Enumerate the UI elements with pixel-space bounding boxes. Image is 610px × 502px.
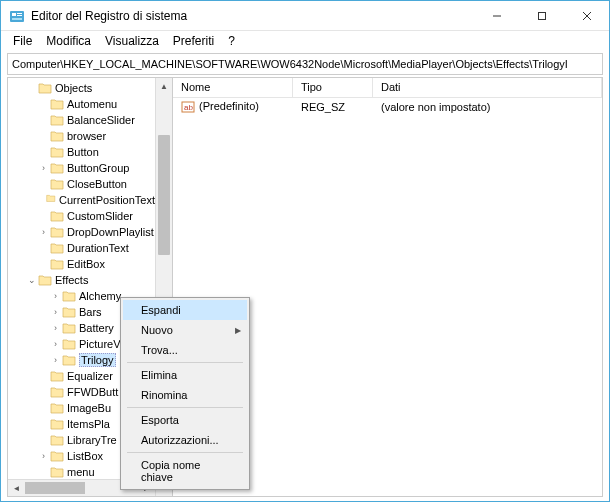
ctx-export[interactable]: Esporta [123,410,247,430]
svg-text:ab: ab [184,103,193,112]
ctx-separator [127,407,243,408]
ctx-find[interactable]: Trova... [123,340,247,360]
address-bar[interactable]: Computer\HKEY_LOCAL_MACHINE\SOFTWARE\WOW… [7,53,603,75]
menu-edit[interactable]: Modifica [40,32,97,50]
expand-icon[interactable]: › [50,355,61,366]
tree-item-label: Objects [55,82,92,94]
expand-icon[interactable] [38,419,49,430]
svg-rect-2 [17,13,22,14]
folder-icon [50,146,64,158]
expand-icon[interactable] [38,259,49,270]
expand-icon[interactable] [38,179,49,190]
folder-icon [62,354,76,366]
expand-icon[interactable]: › [50,291,61,302]
menu-file[interactable]: File [7,32,38,50]
column-data[interactable]: Dati [373,78,602,97]
scroll-up-icon[interactable]: ▲ [156,78,172,95]
folder-icon [50,178,64,190]
folder-icon [50,450,64,462]
expand-icon[interactable]: ⌄ [26,275,37,286]
folder-icon [38,82,52,94]
tree-item-label: ListBox [67,450,103,462]
tree-item-label: Equalizer [67,370,113,382]
expand-icon[interactable] [38,467,49,478]
expand-icon[interactable]: › [50,323,61,334]
values-header: Nome Tipo Dati [173,78,602,98]
window-title: Editor del Registro di sistema [31,9,474,23]
expand-icon[interactable] [38,403,49,414]
tree-item-durationtext[interactable]: DurationText [8,240,155,256]
tree-item-label: Button [67,146,99,158]
expand-icon[interactable]: › [50,307,61,318]
svg-rect-0 [10,11,24,22]
expand-icon[interactable] [38,371,49,382]
expand-icon[interactable] [38,243,49,254]
tree-item-automenu[interactable]: Automenu [8,96,155,112]
expand-icon[interactable] [38,387,49,398]
tree-item-label: Battery [79,322,114,334]
expand-icon[interactable] [38,435,49,446]
ctx-rename[interactable]: Rinomina [123,385,247,405]
minimize-button[interactable] [474,1,519,30]
tree-item-label: DurationText [67,242,129,254]
expand-icon[interactable] [38,147,49,158]
expand-icon[interactable]: › [38,227,49,238]
menu-favorites[interactable]: Preferiti [167,32,220,50]
tree-item-currentpositiontext[interactable]: CurrentPositionText [8,192,155,208]
address-path: Computer\HKEY_LOCAL_MACHINE\SOFTWARE\WOW… [12,58,568,70]
expand-icon[interactable] [38,195,45,206]
ctx-copykey[interactable]: Copia nome chiave [123,455,247,487]
tree-effects[interactable]: ⌄ Effects [8,272,155,288]
ctx-delete[interactable]: Elimina [123,365,247,385]
expand-icon[interactable] [26,83,37,94]
tree-item-editbox[interactable]: EditBox [8,256,155,272]
folder-icon [50,210,64,222]
value-data: (valore non impostato) [373,101,602,113]
svg-rect-4 [12,18,22,20]
expand-icon[interactable]: › [50,339,61,350]
folder-icon [50,242,64,254]
expand-icon[interactable] [38,131,49,142]
value-row[interactable]: ab (Predefinito) REG_SZ (valore non impo… [173,98,602,116]
svg-rect-1 [12,13,16,16]
column-name[interactable]: Nome [173,78,293,97]
tree-item-label: browser [67,130,106,142]
tree-item-label: FFWDButt [67,386,118,398]
maximize-button[interactable] [519,1,564,30]
menu-view[interactable]: Visualizza [99,32,165,50]
tree-item-dropdownplaylist[interactable]: › DropDownPlaylist [8,224,155,240]
close-button[interactable] [564,1,609,30]
ctx-expand[interactable]: Espandi [123,300,247,320]
tree-item-label: CustomSlider [67,210,133,222]
tree-item-buttongroup[interactable]: › ButtonGroup [8,160,155,176]
expand-icon[interactable] [38,115,49,126]
tree-item-label: CurrentPositionText [59,194,155,206]
folder-icon [38,274,52,286]
scroll-left-icon[interactable]: ◄ [8,480,25,496]
tree-item-label: Trilogy [79,353,116,367]
expand-icon[interactable]: › [38,163,49,174]
tree-item-customslider[interactable]: CustomSlider [8,208,155,224]
scroll-thumb-h[interactable] [25,482,85,494]
tree-item-balanceslider[interactable]: BalanceSlider [8,112,155,128]
value-name: (Predefinito) [199,100,259,112]
tree-objects[interactable]: Objects [8,80,155,96]
ctx-new[interactable]: Nuovo▶ [123,320,247,340]
folder-icon [50,386,64,398]
expand-icon[interactable] [38,99,49,110]
expand-icon[interactable] [38,211,49,222]
ctx-permissions[interactable]: Autorizzazioni... [123,430,247,450]
ctx-separator [127,362,243,363]
tree-item-browser[interactable]: browser [8,128,155,144]
column-type[interactable]: Tipo [293,78,373,97]
scroll-thumb[interactable] [158,135,170,255]
tree-item-label: ButtonGroup [67,162,129,174]
menu-help[interactable]: ? [222,32,241,50]
tree-item-closebutton[interactable]: CloseButton [8,176,155,192]
content-area: Objects Automenu BalanceSlider browser B… [7,77,603,497]
expand-icon[interactable]: › [38,451,49,462]
tree-item-button[interactable]: Button [8,144,155,160]
tree-item-label: Alchemy [79,290,121,302]
folder-icon [50,402,64,414]
submenu-arrow-icon: ▶ [235,326,241,335]
